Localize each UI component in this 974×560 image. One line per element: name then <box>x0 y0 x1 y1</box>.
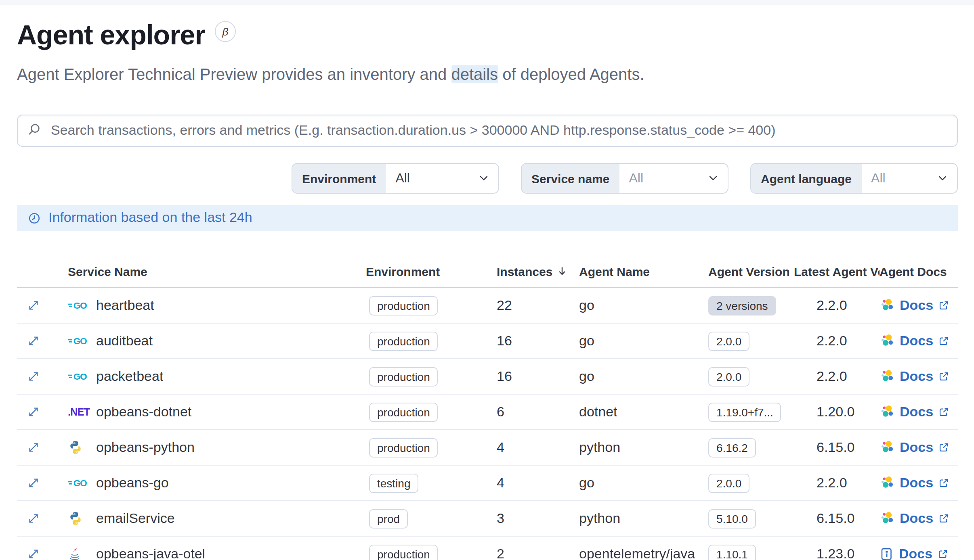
elastic-logo-icon <box>880 369 895 384</box>
table-row: .NET opbeans-dotnet production 6 dotnet … <box>17 395 958 430</box>
docs-link-label: Docs <box>899 546 932 560</box>
agent-name: python <box>579 439 708 456</box>
docs-link-label: Docs <box>900 297 933 313</box>
docs-link[interactable]: Docs <box>880 510 949 527</box>
go-logo-icon: GO <box>68 301 90 310</box>
elastic-logo-icon <box>880 298 895 313</box>
expand-row-button[interactable] <box>25 369 41 384</box>
service-name[interactable]: opbeans-python <box>96 439 195 456</box>
agent-language-filter-value: All <box>861 164 937 193</box>
column-header-instances[interactable]: Instances <box>493 264 579 278</box>
column-header-agent-docs[interactable]: Agent Docs <box>880 264 958 278</box>
elastic-logo-icon <box>880 511 895 526</box>
elastic-logo-icon <box>880 333 895 349</box>
environment-badge: production <box>369 544 438 560</box>
agent-version-badge: 5.10.0 <box>708 509 756 528</box>
service-name[interactable]: opbeans-java-otel <box>96 546 205 560</box>
service-name[interactable]: opbeans-dotnet <box>96 404 191 420</box>
environment-badge: production <box>369 367 438 386</box>
expand-row-button[interactable] <box>25 404 41 420</box>
service-name[interactable]: opbeans-go <box>96 475 169 491</box>
docs-link[interactable]: Docs <box>880 439 949 456</box>
search-bar[interactable] <box>17 115 958 147</box>
external-link-icon <box>938 513 949 524</box>
column-header-environment[interactable]: Environment <box>366 264 493 278</box>
expand-row-button[interactable] <box>25 440 41 455</box>
agent-name: go <box>579 475 708 491</box>
agent-language-filter[interactable]: Agent language All <box>750 163 958 194</box>
beta-badge: β <box>215 21 236 42</box>
latest-agent-version: 2.2.0 <box>794 333 880 349</box>
description-text-end: of deployed Agents. <box>498 65 644 83</box>
environment-badge: production <box>369 331 438 351</box>
instances-count: 6 <box>493 404 579 420</box>
agent-name: go <box>579 368 708 384</box>
service-name[interactable]: emailService <box>96 510 175 527</box>
go-logo-icon: GO <box>68 336 90 346</box>
sort-desc-icon <box>556 265 568 277</box>
agent-version-badge[interactable]: 2 versions <box>708 296 776 315</box>
chevron-down-icon <box>937 164 957 193</box>
docs-link-label: Docs <box>900 404 933 420</box>
table-header-row: Service Name Environment Instances Agent… <box>17 255 958 288</box>
environment-badge: production <box>369 438 438 457</box>
column-header-agent-version[interactable]: Agent Version <box>708 264 794 278</box>
service-name-filter[interactable]: Service name All <box>521 163 728 194</box>
docs-link[interactable]: Docs <box>880 404 949 420</box>
instances-count: 16 <box>493 333 579 349</box>
go-logo-icon: GO <box>68 478 90 488</box>
table-row: GO opbeans-go testing 4 go 2.0.0 2.2.0 D… <box>17 466 958 501</box>
agent-version-badge: 1.10.1 <box>708 544 756 560</box>
table-row: opbeans-java-otel production 2 opentelem… <box>17 537 958 560</box>
service-name[interactable]: packetbeat <box>96 368 163 384</box>
instances-count: 3 <box>493 510 579 527</box>
search-icon <box>27 122 41 139</box>
external-link-icon <box>938 300 949 311</box>
latest-agent-version: 2.2.0 <box>794 475 880 491</box>
agent-version-badge: 6.16.2 <box>708 438 756 457</box>
environment-filter[interactable]: Environment All <box>292 163 499 194</box>
docs-link[interactable]: Docs <box>880 368 949 384</box>
agent-name: dotnet <box>579 404 708 420</box>
top-edge <box>0 0 974 5</box>
table-row: GO auditbeat production 16 go 2.0.0 2.2.… <box>17 324 958 359</box>
column-header-agent-name[interactable]: Agent Name <box>579 264 708 278</box>
expand-row-button[interactable] <box>25 333 41 349</box>
info-banner: Information based on the last 24h <box>17 205 958 231</box>
service-name[interactable]: auditbeat <box>96 333 153 349</box>
external-link-icon <box>938 442 949 453</box>
instances-header-label: Instances <box>497 264 552 278</box>
docs-link[interactable]: Docs <box>880 546 948 560</box>
agent-version-badge: 1.19.0+f7... <box>708 402 781 422</box>
docs-link[interactable]: Docs <box>880 297 949 313</box>
page-header: Agent explorer β <box>17 18 958 52</box>
service-name[interactable]: heartbeat <box>96 297 154 313</box>
page-description: Agent Explorer Technical Preview provide… <box>17 63 958 86</box>
agent-language-filter-label: Agent language <box>751 164 861 193</box>
svg-text:GO: GO <box>73 301 87 310</box>
instances-count: 22 <box>493 297 579 313</box>
expand-row-button[interactable] <box>25 511 41 526</box>
expand-row-button[interactable] <box>25 475 41 491</box>
column-header-service-name[interactable]: Service Name <box>49 264 366 278</box>
column-header-latest-agent-version[interactable]: Latest Agent Ve <box>794 264 880 278</box>
docs-link[interactable]: Docs <box>880 333 949 349</box>
service-name-filter-label: Service name <box>522 164 619 193</box>
docs-link-label: Docs <box>900 475 933 491</box>
latest-agent-version: 2.2.0 <box>794 368 880 384</box>
table-row: opbeans-python production 4 python 6.16.… <box>17 430 958 466</box>
instances-count: 16 <box>493 368 579 384</box>
external-link-icon <box>938 478 949 488</box>
agent-name: go <box>579 297 708 313</box>
latest-agent-version: 6.15.0 <box>794 439 880 456</box>
elastic-logo-icon <box>880 404 895 420</box>
search-input[interactable] <box>49 122 947 140</box>
environment-badge: prod <box>369 509 408 528</box>
agent-name: python <box>579 510 708 527</box>
agent-explorer-page: Agent explorer β Agent Explorer Technica… <box>0 0 974 560</box>
docs-link-label: Docs <box>900 368 933 384</box>
expand-row-button[interactable] <box>25 546 41 560</box>
instances-count: 4 <box>493 439 579 456</box>
docs-link[interactable]: Docs <box>880 475 949 491</box>
expand-row-button[interactable] <box>25 298 41 313</box>
